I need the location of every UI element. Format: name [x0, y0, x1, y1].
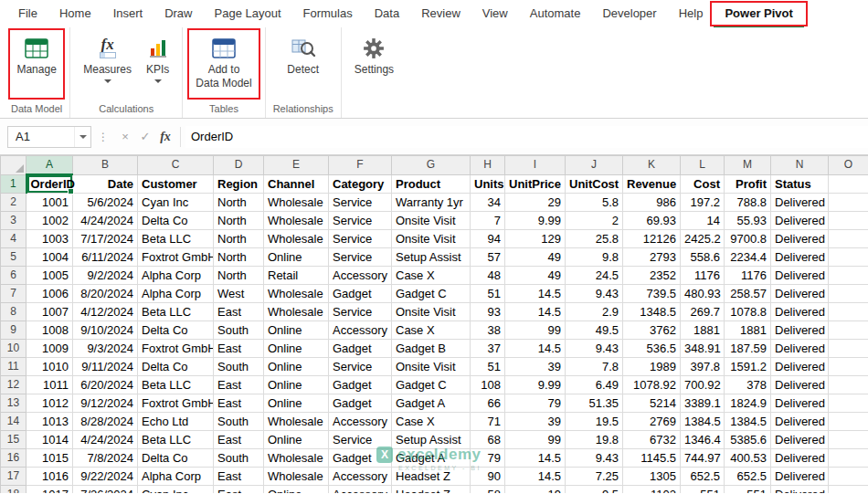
cell-K6[interactable]: 2352 — [623, 267, 681, 285]
cell-D6[interactable]: North — [214, 267, 264, 285]
column-header-F[interactable]: F — [329, 156, 392, 175]
cell-I12[interactable]: 9.99 — [505, 376, 566, 394]
cell-N1[interactable]: Status — [771, 174, 829, 194]
select-all-button[interactable] — [1, 156, 26, 175]
cell-F13[interactable]: Gadget — [329, 394, 392, 413]
cell-L18[interactable]: 551 — [681, 486, 725, 494]
cell-N7[interactable]: Delivered — [771, 285, 829, 303]
cell-G9[interactable]: Case X — [392, 321, 471, 340]
cell-M14[interactable]: 1384.5 — [725, 413, 771, 431]
cell-M8[interactable]: 1078.8 — [725, 303, 771, 321]
cell-O7[interactable] — [829, 285, 868, 303]
cell-I16[interactable]: 14.5 — [505, 449, 566, 468]
cell-E15[interactable]: Online — [264, 431, 329, 449]
cell-D4[interactable]: North — [214, 230, 264, 248]
cell-G14[interactable]: Case X — [392, 413, 471, 431]
cell-F12[interactable]: Gadget — [329, 376, 392, 394]
cell-F18[interactable]: Accessory — [329, 486, 392, 494]
column-header-H[interactable]: H — [471, 156, 505, 175]
cell-L16[interactable]: 744.97 — [681, 449, 725, 468]
cell-F14[interactable]: Accessory — [329, 413, 392, 431]
measures-button[interactable]: fx Measures — [78, 31, 137, 97]
cell-F4[interactable]: Service — [329, 230, 392, 248]
cell-J11[interactable]: 7.8 — [566, 358, 623, 376]
cell-L3[interactable]: 14 — [681, 212, 725, 230]
cell-F7[interactable]: Gadget — [329, 285, 392, 303]
cell-D12[interactable]: East — [214, 376, 264, 394]
cell-L17[interactable]: 652.5 — [681, 468, 725, 486]
cell-A14[interactable]: 1013 — [26, 413, 73, 431]
cell-J17[interactable]: 7.25 — [566, 468, 623, 486]
cell-E5[interactable]: Online — [264, 248, 329, 267]
menu-tab-review[interactable]: Review — [410, 0, 471, 27]
cell-L8[interactable]: 269.7 — [681, 303, 725, 321]
cell-A16[interactable]: 1015 — [26, 449, 73, 468]
cell-D7[interactable]: West — [214, 285, 264, 303]
cell-C12[interactable]: Beta LLC — [138, 376, 214, 394]
cell-C9[interactable]: Delta Co — [138, 321, 214, 340]
row-header-1[interactable]: 1 — [1, 174, 26, 194]
cell-E18[interactable]: Online — [264, 486, 329, 494]
cell-G17[interactable]: Headset Z — [392, 468, 471, 486]
cell-L1[interactable]: Cost — [681, 174, 725, 194]
cell-M18[interactable]: 551 — [725, 486, 771, 494]
cell-J2[interactable]: 5.8 — [566, 194, 623, 212]
cell-K10[interactable]: 536.5 — [623, 340, 681, 358]
kpis-button[interactable]: KPIs — [141, 31, 175, 97]
cell-M11[interactable]: 1591.2 — [725, 358, 771, 376]
cell-F3[interactable]: Service — [329, 212, 392, 230]
column-header-G[interactable]: G — [392, 156, 471, 175]
cell-D11[interactable]: South — [214, 358, 264, 376]
menu-tab-help[interactable]: Help — [668, 0, 715, 27]
cell-I4[interactable]: 129 — [505, 230, 566, 248]
cell-O11[interactable] — [829, 358, 868, 376]
cell-G5[interactable]: Setup Assist — [392, 248, 471, 267]
cell-M16[interactable]: 400.53 — [725, 449, 771, 468]
cell-O17[interactable] — [829, 468, 868, 486]
cell-I5[interactable]: 49 — [505, 248, 566, 267]
cell-J18[interactable]: 9.5 — [566, 486, 623, 494]
cell-N16[interactable]: Delivered — [771, 449, 829, 468]
cell-A3[interactable]: 1002 — [26, 212, 73, 230]
cell-F17[interactable]: Accessory — [329, 468, 392, 486]
cell-H5[interactable]: 57 — [471, 248, 505, 267]
cell-A4[interactable]: 1003 — [26, 230, 73, 248]
cell-E17[interactable]: Wholesale — [264, 468, 329, 486]
cell-G4[interactable]: Onsite Visit — [392, 230, 471, 248]
cell-L5[interactable]: 558.6 — [681, 248, 725, 267]
cell-L10[interactable]: 348.91 — [681, 340, 725, 358]
cell-L14[interactable]: 1384.5 — [681, 413, 725, 431]
column-header-C[interactable]: C — [138, 156, 214, 175]
row-header-2[interactable]: 2 — [1, 194, 26, 212]
cell-C17[interactable]: Alpha Corp — [138, 468, 214, 486]
cell-O9[interactable] — [829, 321, 868, 340]
cell-L9[interactable]: 1881 — [681, 321, 725, 340]
cell-C15[interactable]: Beta LLC — [138, 431, 214, 449]
cell-J4[interactable]: 25.8 — [566, 230, 623, 248]
row-header-12[interactable]: 12 — [1, 376, 26, 394]
cell-D16[interactable]: South — [214, 449, 264, 468]
cell-O5[interactable] — [829, 248, 868, 267]
cell-I14[interactable]: 39 — [505, 413, 566, 431]
cell-K11[interactable]: 1989 — [623, 358, 681, 376]
cell-M6[interactable]: 1176 — [725, 267, 771, 285]
menu-tab-insert[interactable]: Insert — [102, 0, 154, 27]
cell-A7[interactable]: 1006 — [26, 285, 73, 303]
cell-G7[interactable]: Gadget C — [392, 285, 471, 303]
cell-B4[interactable]: 7/17/2024 — [73, 230, 138, 248]
row-header-13[interactable]: 13 — [1, 394, 26, 413]
cell-B5[interactable]: 6/11/2024 — [73, 248, 138, 267]
cell-N15[interactable]: Delivered — [771, 431, 829, 449]
cell-L12[interactable]: 700.92 — [681, 376, 725, 394]
cell-C13[interactable]: Foxtrot GmbH — [138, 394, 214, 413]
cell-G11[interactable]: Onsite Visit — [392, 358, 471, 376]
row-header-11[interactable]: 11 — [1, 358, 26, 376]
cell-N9[interactable]: Delivered — [771, 321, 829, 340]
cell-N3[interactable]: Delivered — [771, 212, 829, 230]
cell-E2[interactable]: Wholesale — [264, 194, 329, 212]
cell-H17[interactable]: 90 — [471, 468, 505, 486]
cell-C5[interactable]: Foxtrot GmbH — [138, 248, 214, 267]
cell-M4[interactable]: 9700.8 — [725, 230, 771, 248]
cell-G2[interactable]: Warranty 1yr — [392, 194, 471, 212]
cell-E8[interactable]: Wholesale — [264, 303, 329, 321]
